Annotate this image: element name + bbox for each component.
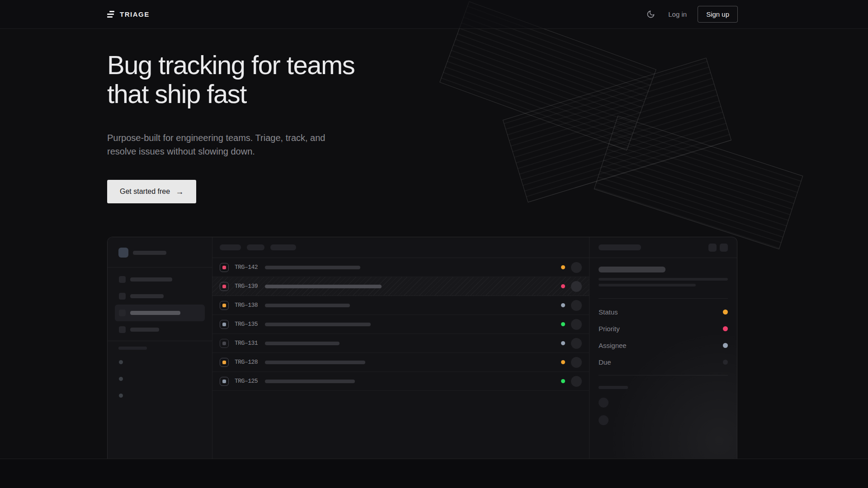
cta-label: Get started free [120,188,170,196]
detail-field-row: Assignee [599,337,728,354]
issue-title-placeholder [599,267,665,272]
field-value-dot [723,310,728,314]
mockup-sidebar [108,237,212,459]
hero-title: Bug tracking for teams that ship fast [107,51,354,108]
issue-row: TRG–135 [212,315,589,334]
top-nav: TRIAGE Log in Sign up [0,0,868,29]
sidebar-dot-placeholder [119,394,123,398]
issue-type-icon [220,377,229,386]
filter-pill-placeholder [220,244,241,250]
sidebar-nav-item-active [115,305,205,321]
issue-row: TRG–131 [212,334,589,353]
nav-icon-placeholder [119,326,126,333]
sidebar-nav-item [115,271,205,288]
issue-list-header [212,237,589,258]
issue-title-placeholder [265,266,360,269]
issue-detail-panel: Status Priority Assignee Due [590,237,737,459]
issue-title-placeholder [265,285,382,288]
issue-type-dot [222,361,226,364]
issue-type-icon [220,339,229,348]
issue-row: TRG–139 [212,277,589,296]
nav-icon-placeholder [119,293,126,300]
assignee-avatar-placeholder [571,376,582,387]
issue-id: TRG–135 [235,321,259,328]
footer [0,459,868,488]
issue-row: TRG–138 [212,296,589,315]
arrow-right-icon: → [175,188,184,196]
field-value-dot [723,326,728,331]
hero-title-line2: that ship fast [107,79,246,108]
nav-label-placeholder [130,277,172,282]
get-started-button[interactable]: Get started free → [107,180,196,203]
field-value-dot [723,360,728,365]
issue-list-panel: TRG–142 TRG–139 TRG–138 TRG–135 [212,237,590,459]
hero-title-line1: Bug tracking for teams [107,50,354,80]
issue-title-placeholder [265,380,355,383]
detail-field-row: Priority [599,320,728,337]
field-label: Due [599,358,611,366]
status-dot [561,360,565,364]
hero-subtitle-line1: Purpose-built for engineering teams. Tri… [107,133,325,143]
issue-type-icon [220,263,229,272]
issue-type-dot [222,285,226,288]
nav-icon-placeholder [119,276,126,283]
issue-row: TRG–128 [212,353,589,372]
issue-row: TRG–142 [212,258,589,277]
issue-type-dot [222,380,226,383]
detail-body: Status Priority Assignee Due [590,258,737,425]
issue-list: TRG–142 TRG–139 TRG–138 TRG–135 [212,258,589,391]
panel-action-placeholder [720,244,728,252]
status-dot [561,379,565,383]
detail-field-row: Due [599,354,728,371]
sidebar-nav-item [115,321,205,338]
brand-name: TRIAGE [120,10,150,18]
signup-button[interactable]: Sign up [698,6,738,23]
detail-field-row: Status [599,304,728,320]
detail-header [590,237,737,258]
login-link[interactable]: Log in [668,10,687,18]
assignee-avatar-placeholder [571,262,582,273]
nav-label-placeholder [130,311,180,315]
status-dot [561,322,565,326]
workspace-name-placeholder [133,251,166,255]
issue-id: TRG–131 [235,340,259,347]
filter-pill-placeholder [270,244,296,250]
status-dot [561,284,565,288]
issue-type-dot [222,323,226,326]
activity-avatar-placeholder [599,398,609,408]
status-dot [561,303,565,307]
sidebar-nav-item [115,288,205,305]
issue-title-placeholder [265,304,350,307]
activity-avatar-placeholder [599,415,609,425]
sidebar-dot-placeholder [119,377,123,381]
assignee-avatar-placeholder [571,300,582,311]
moon-icon [646,10,655,19]
issue-type-dot [222,304,226,307]
field-label: Assignee [599,342,627,349]
field-value-dot [723,343,728,348]
wireframe-decoration [0,0,868,253]
wireframe-slab [503,58,731,202]
app-mockup: TRG–142 TRG–139 TRG–138 TRG–135 [107,237,737,459]
sidebar-dot-placeholder [119,360,123,364]
issue-title-placeholder [265,323,371,326]
status-dot [561,265,565,269]
brand-logo[interactable]: TRIAGE [107,10,150,18]
status-dot [561,341,565,345]
section-label-placeholder [118,347,147,350]
theme-toggle-button[interactable] [644,8,657,21]
assignee-avatar-placeholder [571,338,582,349]
nav-label-placeholder [130,294,164,298]
issue-title-placeholder [265,361,365,364]
issue-id: TRG–142 [235,264,259,271]
wireframe-slab [594,116,802,249]
hero-subtitle-line2: resolve issues without slowing down. [107,146,255,156]
detail-fields: Status Priority Assignee Due [599,304,728,371]
issue-id: TRG–125 [235,378,259,385]
filter-pill-placeholder [247,244,264,250]
issue-title-placeholder [265,342,340,345]
description-line-placeholder [599,278,728,281]
sidebar-footer [108,341,212,403]
assignee-avatar-placeholder [571,281,582,292]
assignee-avatar-placeholder [571,319,582,330]
